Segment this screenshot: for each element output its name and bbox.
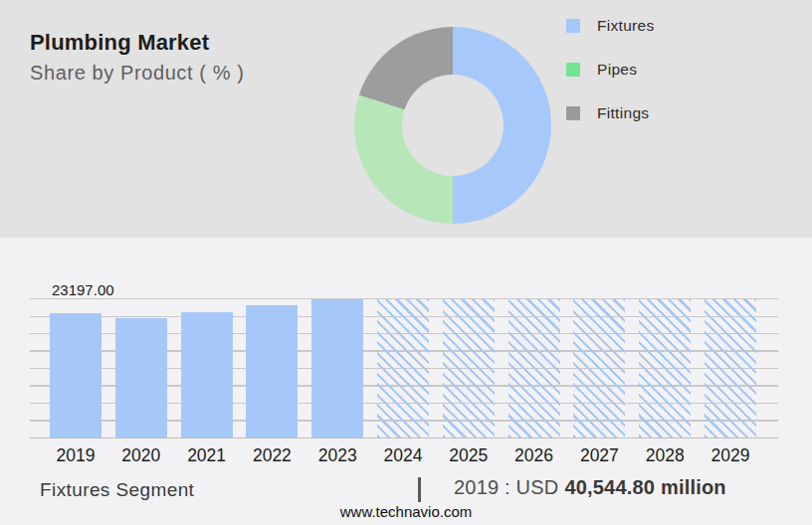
page-subtitle: Share by Product ( % ): [30, 62, 245, 85]
legend-label: Fittings: [597, 104, 649, 122]
bar-column-2026: 2026: [508, 298, 560, 438]
legend-item-pipes: Pipes: [566, 61, 655, 79]
bar-2020: [115, 318, 167, 438]
legend-label: Pipes: [597, 61, 637, 79]
website-text: www.technavio.com: [0, 503, 812, 520]
x-tick-label-2025: 2025: [449, 445, 488, 466]
bar-2029: [705, 299, 756, 438]
highlight-value-prefix: 2019 : USD: [454, 476, 558, 498]
bar-value-label: 23197.00: [52, 282, 114, 297]
infographic-page: Plumbing Market Share by Product ( % ) F…: [0, 0, 812, 525]
x-tick-label-2029: 2029: [711, 445, 750, 466]
x-tick-label-2027: 2027: [580, 445, 619, 466]
bar-column-2021: 2021: [181, 298, 233, 438]
bar-chart-plot: 23197.0020192020202120222023202420252026…: [30, 298, 778, 438]
bar-2021: [181, 312, 233, 438]
bar-2027: [573, 299, 625, 438]
bar-column-2029: 2029: [705, 298, 756, 438]
bar-2023: [311, 299, 363, 438]
bar-column-2023: 2023: [311, 298, 363, 438]
top-section: Plumbing Market Share by Product ( % ) F…: [0, 0, 812, 238]
bar-column-2022: 2022: [246, 298, 298, 438]
x-tick-label-2022: 2022: [253, 445, 292, 466]
x-tick-label-2023: 2023: [318, 445, 357, 466]
bar-2019: [50, 313, 102, 438]
legend-swatch-fixtures: [566, 19, 580, 33]
x-tick-label-2021: 2021: [187, 445, 226, 466]
bar-2025: [443, 299, 495, 438]
bar-chart-bars: 23197.0020192020202120222023202420252026…: [30, 298, 778, 438]
legend-item-fittings: Fittings: [566, 104, 655, 122]
bar-column-2019: 23197.002019: [50, 298, 102, 438]
donut-hole: [402, 75, 504, 176]
bar-column-2025: 2025: [443, 298, 495, 438]
legend-swatch-pipes: [566, 63, 580, 77]
donut-legend: FixturesPipesFittings: [566, 17, 655, 122]
x-tick-label-2026: 2026: [514, 445, 553, 466]
bar-column-2024: 2024: [377, 298, 429, 438]
page-title: Plumbing Market: [30, 30, 209, 56]
highlight-value: 2019 : USD40,544.80 million: [454, 476, 726, 499]
legend-swatch-fittings: [566, 106, 580, 120]
bar-2022: [246, 305, 298, 438]
footer-separator-bar: [418, 477, 421, 502]
highlight-value-amount: 40,544.80 million: [564, 476, 725, 498]
legend-label: Fixtures: [597, 17, 655, 35]
bar-column-2028: 2028: [639, 298, 691, 438]
segment-label: Fixtures Segment: [40, 479, 194, 501]
bar-chart-section: 23197.0020192020202120222023202420252026…: [0, 238, 812, 525]
donut-chart: [354, 27, 551, 224]
bar-column-2020: 2020: [115, 298, 167, 438]
bar-2024: [377, 299, 429, 438]
bar-column-2027: 2027: [573, 298, 625, 438]
x-tick-label-2019: 2019: [57, 445, 96, 466]
x-tick-label-2024: 2024: [384, 445, 423, 466]
x-tick-label-2028: 2028: [646, 445, 685, 466]
bar-2026: [508, 299, 560, 438]
legend-item-fixtures: Fixtures: [566, 17, 655, 35]
x-tick-label-2020: 2020: [121, 445, 160, 466]
bar-2028: [639, 299, 691, 438]
